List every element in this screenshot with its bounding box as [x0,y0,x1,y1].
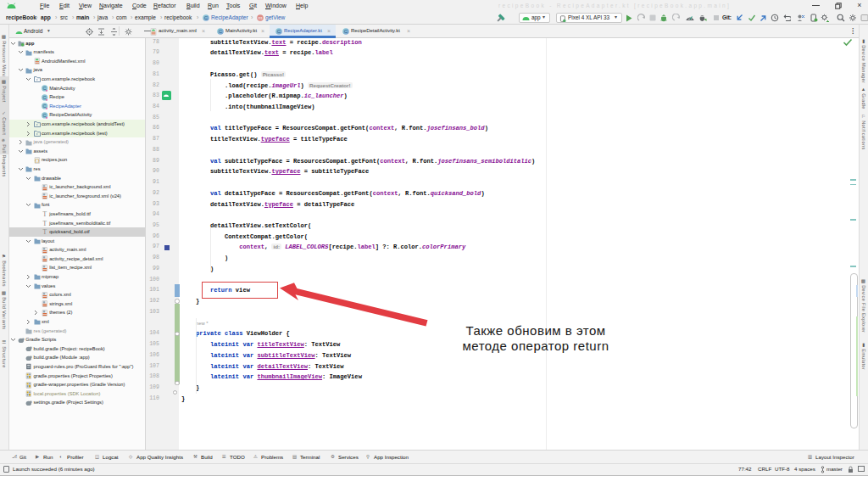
svg-text:m: m [259,15,263,20]
svg-text:C: C [42,113,46,118]
svg-text:C: C [219,29,223,34]
svg-text:{}: {} [34,158,40,164]
svg-text:C: C [204,15,209,20]
svg-text:C: C [277,29,281,34]
svg-text:T: T [42,210,47,217]
svg-text:C: C [42,86,46,91]
svg-text:C: C [344,29,348,34]
svg-text:T: T [42,220,47,227]
svg-text:T: T [42,228,47,235]
svg-text:C: C [42,104,46,109]
svg-text:C: C [42,95,46,100]
